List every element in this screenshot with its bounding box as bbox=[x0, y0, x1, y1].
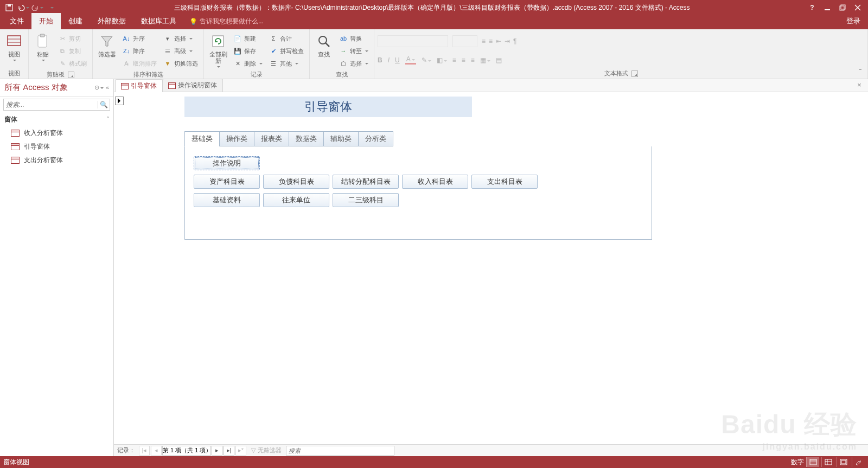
qat-customize-icon[interactable] bbox=[46, 2, 58, 14]
save-icon[interactable] bbox=[3, 2, 15, 14]
goto-button[interactable]: →转至 bbox=[337, 45, 371, 57]
group-view-label: 视图 bbox=[3, 68, 25, 79]
sort-asc-button[interactable]: A↓升序 bbox=[120, 33, 159, 44]
record-selector[interactable] bbox=[115, 97, 124, 105]
refresh-all-button[interactable]: 全部刷新 bbox=[207, 33, 229, 68]
tab-home[interactable]: 开始 bbox=[31, 13, 61, 29]
totals-button[interactable]: Σ合计 bbox=[267, 33, 306, 44]
italic-icon[interactable]: I bbox=[388, 56, 390, 64]
btn-carryover-subjects[interactable]: 结转分配科目表 bbox=[333, 175, 399, 189]
replace-button[interactable]: ab替换 bbox=[337, 33, 371, 44]
gridlines-icon[interactable]: ▦ bbox=[480, 56, 490, 64]
nav-item-label: 引导窗体 bbox=[24, 142, 50, 151]
align-left-icon[interactable]: ≡ bbox=[452, 56, 456, 64]
undo-icon[interactable] bbox=[17, 2, 29, 14]
tab-create[interactable]: 创建 bbox=[61, 13, 90, 29]
btn-liability-subjects[interactable]: 负债科目表 bbox=[263, 175, 329, 189]
view-button[interactable]: 视图 bbox=[3, 33, 25, 62]
find-button[interactable]: 查找 bbox=[313, 33, 335, 57]
btn-contacts[interactable]: 往来单位 bbox=[263, 193, 329, 207]
btn-instructions[interactable]: 操作说明 bbox=[194, 156, 260, 170]
btn-sub-subjects[interactable]: 二三级科目 bbox=[333, 193, 399, 207]
remove-sort-button[interactable]: A̶取消排序 bbox=[120, 57, 159, 69]
select-button[interactable]: ☖选择 bbox=[337, 57, 371, 69]
recnav-new-icon[interactable]: ▸* bbox=[235, 446, 246, 456]
bold-icon[interactable]: B bbox=[378, 56, 382, 64]
selection-button[interactable]: ▾选择 bbox=[161, 33, 200, 44]
tab-database-tools[interactable]: 数据库工具 bbox=[133, 13, 184, 29]
fill-color-icon[interactable]: ◧ bbox=[437, 56, 447, 64]
textfmt-launcher-icon[interactable] bbox=[631, 70, 638, 77]
clipboard-launcher-icon[interactable] bbox=[68, 72, 74, 78]
align-right-icon[interactable]: ≡ bbox=[471, 56, 475, 64]
recnav-prev-icon[interactable]: ◂ bbox=[151, 446, 162, 456]
btn-basic-info[interactable]: 基础资料 bbox=[194, 193, 260, 207]
recnav-last-icon[interactable]: ▸| bbox=[224, 446, 234, 456]
form-tab-analysis[interactable]: 分析类 bbox=[358, 131, 393, 146]
btn-income-subjects[interactable]: 收入科目表 bbox=[402, 175, 468, 189]
nav-item-income[interactable]: 收入分析窗体 bbox=[0, 126, 113, 140]
login-button[interactable]: 登录 bbox=[839, 13, 868, 29]
nav-group-forms[interactable]: 窗体ˆ bbox=[0, 113, 113, 126]
numbering-icon[interactable]: ≡ bbox=[489, 37, 493, 45]
highlight-icon[interactable]: ✎ bbox=[422, 56, 431, 64]
underline-icon[interactable]: U bbox=[395, 56, 400, 64]
doc-tab-guide[interactable]: 引导窗体 bbox=[115, 79, 163, 92]
tell-me[interactable]: 💡告诉我您想要做什么... bbox=[184, 14, 269, 29]
copy-button[interactable]: ⧉复制 bbox=[56, 45, 89, 57]
bullets-icon[interactable]: ≡ bbox=[482, 37, 486, 45]
btn-asset-subjects[interactable]: 资产科目表 bbox=[194, 175, 260, 189]
form-tab-assist[interactable]: 辅助类 bbox=[323, 131, 359, 146]
form-tab-data[interactable]: 数据类 bbox=[289, 131, 324, 146]
form-tab-report[interactable]: 报表类 bbox=[254, 131, 289, 146]
minimize-icon[interactable] bbox=[821, 2, 833, 14]
tab-external-data[interactable]: 外部数据 bbox=[90, 13, 133, 29]
more-button[interactable]: ☰其他 bbox=[267, 57, 306, 69]
filter-button[interactable]: 筛选器 bbox=[96, 33, 118, 57]
form-tab-basic[interactable]: 基础类 bbox=[184, 131, 220, 146]
nav-collapse-icon[interactable]: « bbox=[106, 84, 109, 91]
tab-file[interactable]: 文件 bbox=[2, 13, 31, 29]
view-layout-icon[interactable] bbox=[837, 457, 850, 467]
collapse-ribbon-icon[interactable]: ˆ bbox=[856, 68, 865, 76]
cut-button[interactable]: ✂剪切 bbox=[56, 33, 89, 44]
restore-icon[interactable] bbox=[837, 2, 848, 14]
alt-row-color-icon[interactable]: ▤ bbox=[496, 56, 502, 64]
font-size-combo[interactable] bbox=[452, 35, 477, 47]
save-button[interactable]: 💾保存 bbox=[231, 45, 265, 57]
btn-expense-subjects[interactable]: 支出科目表 bbox=[471, 175, 538, 189]
doc-close-icon[interactable]: × bbox=[855, 81, 864, 89]
font-name-combo[interactable] bbox=[378, 35, 448, 47]
advanced-button[interactable]: ☰高级 bbox=[161, 45, 200, 57]
recnav-position[interactable] bbox=[162, 446, 211, 456]
help-icon[interactable]: ? bbox=[806, 2, 818, 14]
paste-button[interactable]: 粘贴 bbox=[32, 33, 54, 62]
indent-right-icon[interactable]: ⇥ bbox=[505, 37, 510, 45]
redo-icon[interactable] bbox=[31, 2, 43, 14]
search-icon[interactable]: 🔍 bbox=[98, 101, 110, 108]
indent-left-icon[interactable]: ⇤ bbox=[496, 37, 501, 45]
close-icon[interactable] bbox=[852, 2, 864, 14]
view-datasheet-icon[interactable] bbox=[821, 457, 834, 467]
align-center-icon[interactable]: ≡ bbox=[462, 56, 465, 64]
sort-desc-button[interactable]: Z↓降序 bbox=[120, 45, 159, 57]
recnav-first-icon[interactable]: |◂ bbox=[139, 446, 150, 456]
font-color-icon[interactable]: A bbox=[405, 55, 416, 65]
recnav-search-input[interactable] bbox=[286, 446, 394, 456]
view-form-icon[interactable] bbox=[806, 457, 819, 467]
doc-tab-instructions[interactable]: 操作说明窗体 bbox=[162, 79, 223, 92]
view-design-icon[interactable] bbox=[852, 457, 865, 467]
spelling-button[interactable]: ✔拼写检查 bbox=[267, 45, 306, 57]
recnav-next-icon[interactable]: ▸ bbox=[212, 446, 222, 456]
toggle-filter-button[interactable]: ▼切换筛选 bbox=[161, 57, 200, 69]
form-tab-operation[interactable]: 操作类 bbox=[219, 131, 254, 146]
nav-menu-icon[interactable]: ⊙ bbox=[94, 84, 104, 91]
format-painter-button[interactable]: ✎格式刷 bbox=[56, 57, 89, 69]
delete-button[interactable]: ✕删除 bbox=[231, 57, 265, 69]
new-button[interactable]: 📄新建 bbox=[231, 33, 265, 44]
rtl-icon[interactable]: ¶ bbox=[513, 37, 516, 45]
nav-item-guide[interactable]: 引导窗体 bbox=[0, 140, 113, 153]
nav-search-input[interactable] bbox=[4, 101, 98, 108]
nav-item-expense[interactable]: 支出分析窗体 bbox=[0, 153, 113, 167]
nav-header[interactable]: 所有 Access 对象 ⊙« bbox=[0, 79, 113, 97]
